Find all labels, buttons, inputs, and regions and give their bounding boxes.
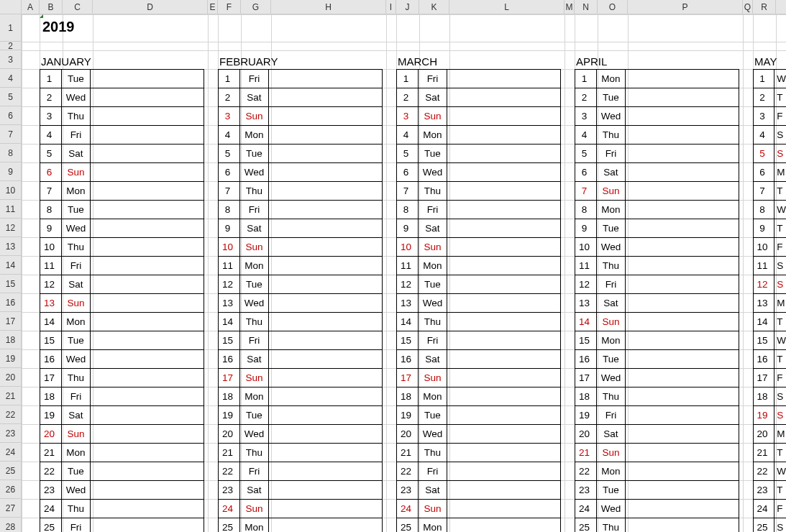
calendar-row[interactable]: 14T <box>754 313 787 331</box>
day-number[interactable]: 1 <box>40 70 62 88</box>
day-number[interactable]: 20 <box>754 425 774 444</box>
day-note[interactable] <box>91 350 204 369</box>
day-of-week[interactable]: Sun <box>62 425 91 444</box>
day-number[interactable]: 20 <box>397 425 419 444</box>
calendar-row[interactable]: 21Thu <box>219 444 383 462</box>
day-of-week[interactable]: Sun <box>597 444 626 462</box>
row-header-21[interactable]: 21 <box>0 387 21 405</box>
calendar-row[interactable]: 1Tue <box>40 70 204 88</box>
day-note[interactable] <box>447 369 561 387</box>
day-note[interactable] <box>447 331 561 350</box>
day-of-week[interactable]: Sun <box>240 500 269 518</box>
day-number[interactable]: 12 <box>219 275 240 294</box>
day-of-week[interactable]: Wed <box>62 219 91 238</box>
day-number[interactable]: 16 <box>219 350 240 369</box>
calendar-row[interactable]: 14Thu <box>397 313 561 331</box>
day-number[interactable]: 18 <box>40 387 62 406</box>
day-note[interactable] <box>269 88 383 107</box>
day-number[interactable]: 13 <box>40 294 62 313</box>
day-number[interactable]: 18 <box>397 387 419 406</box>
day-number[interactable]: 15 <box>397 331 419 350</box>
calendar-row[interactable]: 25Mon <box>397 518 561 533</box>
day-note[interactable] <box>447 444 561 462</box>
calendar-row[interactable]: 15W <box>754 331 787 350</box>
day-note[interactable] <box>447 387 561 406</box>
day-note[interactable] <box>91 313 204 331</box>
day-note[interactable] <box>91 481 204 500</box>
day-number[interactable]: 9 <box>754 219 774 238</box>
day-of-week[interactable]: Tue <box>240 406 269 425</box>
calendar-row[interactable]: 13Sat <box>575 294 739 313</box>
calendar-row[interactable]: 3Sun <box>219 107 383 126</box>
day-note[interactable] <box>447 313 561 331</box>
day-note[interactable] <box>626 425 739 444</box>
day-number[interactable]: 8 <box>754 201 774 219</box>
day-number[interactable]: 17 <box>40 369 62 387</box>
day-of-week[interactable]: Wed <box>419 294 447 313</box>
day-note[interactable] <box>269 107 383 126</box>
day-of-week[interactable]: T <box>774 350 786 369</box>
day-note[interactable] <box>91 275 204 294</box>
calendar-row[interactable]: 6Sun <box>40 163 204 182</box>
day-number[interactable]: 21 <box>397 444 419 462</box>
day-of-week[interactable]: T <box>774 182 786 201</box>
calendar-row[interactable]: 22Fri <box>397 462 561 481</box>
calendar-row[interactable]: 15Fri <box>219 331 383 350</box>
day-number[interactable]: 10 <box>754 238 774 257</box>
day-number[interactable]: 22 <box>397 462 419 481</box>
day-of-week[interactable]: Thu <box>419 182 447 201</box>
calendar-row[interactable]: 25Fri <box>40 518 204 533</box>
calendar-row[interactable]: 18Mon <box>219 387 383 406</box>
day-number[interactable]: 2 <box>754 88 774 107</box>
day-note[interactable] <box>626 182 739 201</box>
day-number[interactable]: 10 <box>219 238 240 257</box>
calendar-row[interactable]: 21Sun <box>575 444 739 462</box>
day-number[interactable]: 5 <box>397 145 419 163</box>
day-number[interactable]: 7 <box>575 182 597 201</box>
day-of-week[interactable]: Mon <box>419 518 447 533</box>
row-header-5[interactable]: 5 <box>0 88 21 106</box>
day-number[interactable]: 4 <box>754 126 774 145</box>
row-header-16[interactable]: 16 <box>0 293 21 312</box>
day-number[interactable]: 21 <box>40 444 62 462</box>
day-note[interactable] <box>269 163 383 182</box>
day-note[interactable] <box>91 126 204 145</box>
day-number[interactable]: 17 <box>219 369 240 387</box>
calendar-row[interactable]: 14Thu <box>219 313 383 331</box>
day-note[interactable] <box>91 238 204 257</box>
calendar-row[interactable]: 20Wed <box>219 425 383 444</box>
day-number[interactable]: 20 <box>219 425 240 444</box>
day-note[interactable] <box>626 163 739 182</box>
calendar-row[interactable]: 11Fri <box>40 257 204 275</box>
day-note[interactable] <box>269 481 383 500</box>
calendar-row[interactable]: 16T <box>754 350 787 369</box>
row-header-13[interactable]: 13 <box>0 237 21 256</box>
day-number[interactable]: 24 <box>754 500 774 518</box>
day-number[interactable]: 23 <box>40 481 62 500</box>
day-note[interactable] <box>269 462 383 481</box>
calendar-row[interactable]: 9Sat <box>219 219 383 238</box>
calendar-row[interactable]: 25Thu <box>575 518 739 533</box>
day-number[interactable]: 14 <box>40 313 62 331</box>
calendar-row[interactable]: 20Wed <box>397 425 561 444</box>
day-number[interactable]: 23 <box>575 481 597 500</box>
day-note[interactable] <box>447 275 561 294</box>
day-number[interactable]: 12 <box>397 275 419 294</box>
day-number[interactable]: 11 <box>754 257 774 275</box>
calendar-row[interactable]: 11S <box>754 257 787 275</box>
day-note[interactable] <box>269 406 383 425</box>
day-number[interactable]: 8 <box>575 201 597 219</box>
row-header-8[interactable]: 8 <box>0 144 21 162</box>
calendar-row[interactable]: 6Wed <box>397 163 561 182</box>
day-number[interactable]: 7 <box>40 182 62 201</box>
day-number[interactable]: 9 <box>40 219 62 238</box>
calendar-row[interactable]: 1W <box>754 70 787 88</box>
day-note[interactable] <box>91 294 204 313</box>
day-note[interactable] <box>626 313 739 331</box>
day-of-week[interactable]: Mon <box>419 126 447 145</box>
day-number[interactable]: 16 <box>575 350 597 369</box>
day-of-week[interactable]: Mon <box>240 126 269 145</box>
calendar-row[interactable]: 17Thu <box>40 369 204 387</box>
calendar-row[interactable]: 7T <box>754 182 787 201</box>
day-of-week[interactable]: S <box>774 406 786 425</box>
